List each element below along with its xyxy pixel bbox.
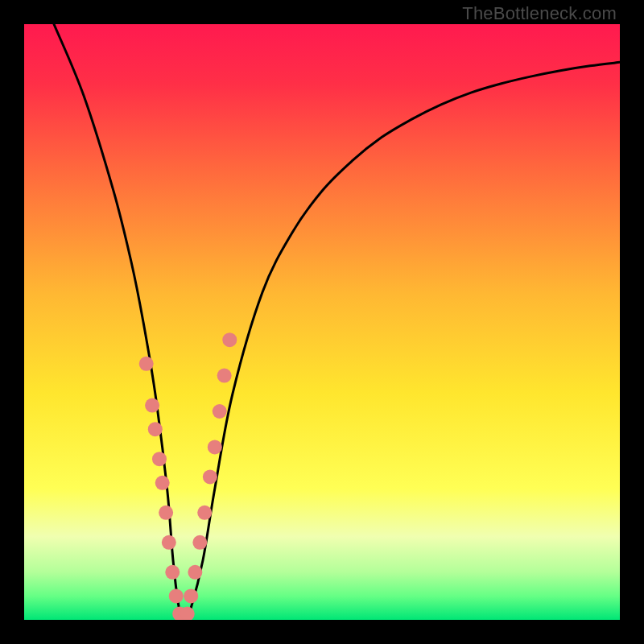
scatter-point <box>155 476 170 490</box>
scatter-point <box>145 398 159 413</box>
scatter-point <box>184 588 198 603</box>
plot-area <box>24 24 620 620</box>
scatter-point <box>222 332 237 347</box>
scatter-point <box>165 565 180 580</box>
scatter-point <box>159 506 173 520</box>
scatter-point <box>213 404 227 419</box>
scatter-point <box>188 565 202 580</box>
scatter-point <box>192 535 207 550</box>
scatter-point <box>152 452 167 466</box>
scatter-point <box>208 440 222 454</box>
scatter-point <box>148 422 163 436</box>
curve-layer <box>24 24 620 620</box>
bottleneck-curve <box>54 24 620 620</box>
chart-frame: TheBottleneck.com <box>0 0 644 644</box>
scatter-point <box>203 469 217 484</box>
scatter-point <box>217 369 232 383</box>
scatter-point <box>162 535 176 550</box>
scatter-point <box>169 588 184 603</box>
watermark-text: TheBottleneck.com <box>462 3 617 24</box>
scatter-point <box>197 506 212 520</box>
scatter-point <box>139 357 154 371</box>
